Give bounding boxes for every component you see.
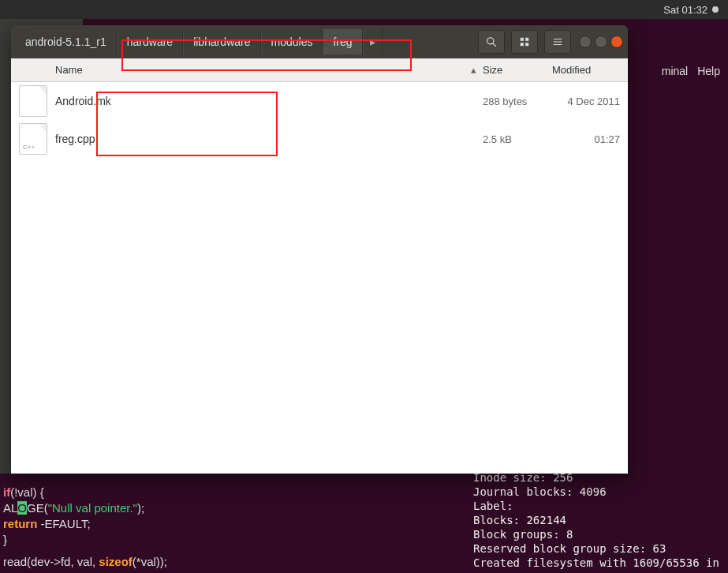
file-manager-window: android-5.1.1_r1 hardware libhardware mo…	[11, 25, 628, 474]
file-manager-toolbar: android-5.1.1_r1 hardware libhardware mo…	[11, 25, 628, 58]
clock: Sat 01:32	[663, 4, 707, 16]
file-icon	[19, 123, 47, 155]
file-icon	[19, 85, 47, 117]
search-icon	[486, 36, 497, 47]
svg-rect-3	[525, 38, 528, 41]
grid-icon	[519, 36, 530, 47]
sort-asc-icon[interactable]: ▴	[464, 64, 483, 76]
cursor-icon: O	[17, 501, 27, 515]
status-bar: Sat 01:32	[0, 0, 728, 19]
file-name: Android.mk	[55, 95, 483, 107]
breadcrumb-item[interactable]: hardware	[117, 29, 183, 54]
column-name[interactable]: Name	[11, 64, 464, 76]
svg-rect-4	[521, 43, 524, 46]
file-modified: 01:27	[552, 133, 628, 145]
maximize-button[interactable]	[595, 36, 607, 48]
file-modified: 4 Dec 2011	[552, 96, 628, 107]
terminal-output-bottom: Inode size: 256 Journal blocks: 4096 Lab…	[473, 470, 728, 570]
svg-rect-2	[521, 38, 524, 41]
file-list: Android.mk 288 bytes 4 Dec 2011 freg.cpp…	[11, 82, 628, 474]
hamburger-menu-button[interactable]	[544, 30, 571, 54]
file-size: 288 bytes	[483, 96, 552, 107]
menu-icon	[552, 36, 563, 47]
file-row[interactable]: Android.mk 288 bytes 4 Dec 2011	[11, 82, 628, 120]
window-controls	[579, 36, 623, 48]
column-modified[interactable]: Modified	[552, 64, 628, 76]
breadcrumb: android-5.1.1_r1 hardware libhardware mo…	[16, 29, 383, 54]
svg-line-1	[493, 43, 496, 47]
chevron-right-icon[interactable]: ▸	[363, 29, 383, 54]
column-size[interactable]: Size	[483, 64, 552, 76]
file-size: 2.5 kB	[483, 133, 552, 145]
search-button[interactable]	[478, 30, 505, 54]
breadcrumb-item[interactable]: libhardware	[183, 29, 260, 54]
minimize-button[interactable]	[579, 36, 592, 48]
file-name: freg.cpp	[55, 133, 483, 145]
svg-rect-5	[525, 43, 528, 46]
code-editor[interactable]: if(!val) { ALOGE("Null val pointer."); r…	[3, 485, 460, 570]
view-grid-button[interactable]	[511, 30, 538, 54]
breadcrumb-item[interactable]: modules	[261, 29, 323, 54]
breadcrumb-item[interactable]: android-5.1.1_r1	[16, 29, 117, 54]
breadcrumb-item-current[interactable]: freg	[323, 29, 362, 54]
svg-point-0	[487, 38, 494, 44]
column-headers: Name ▴ Size Modified	[11, 58, 628, 82]
status-indicator-icon	[712, 6, 719, 13]
file-row[interactable]: freg.cpp 2.5 kB 01:27	[11, 120, 628, 158]
close-button[interactable]	[610, 36, 623, 48]
